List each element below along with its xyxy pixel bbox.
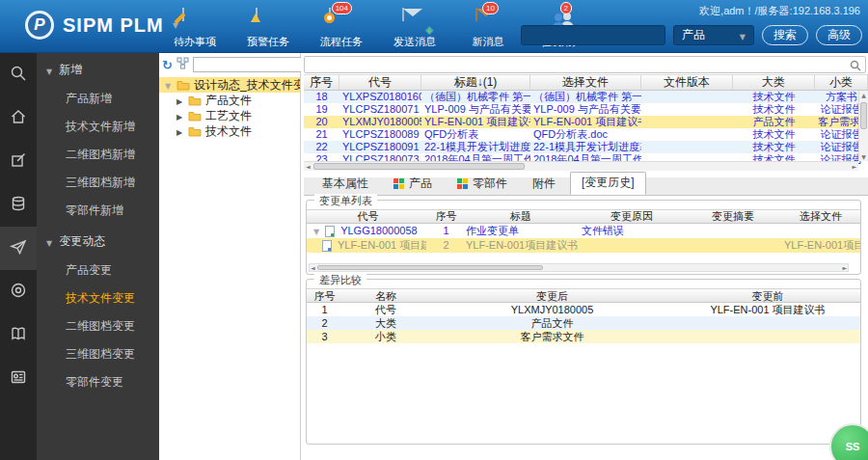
rail-item-library[interactable]	[0, 313, 37, 357]
col-header-file[interactable]: 选择文件	[530, 75, 641, 90]
vertical-scrollbar[interactable]: ▲ ▼	[858, 91, 868, 161]
folder-tree-panel: ↓ ↑ 设计动态_技术文件变更 产品文件 工艺文件 技术文件	[159, 53, 301, 460]
icon-rail	[0, 53, 37, 460]
rail-item-change-flow[interactable]	[0, 227, 37, 270]
list-filter-input[interactable]	[304, 56, 866, 73]
paper-plane-icon	[10, 238, 27, 259]
search-category-select[interactable]: 产品	[673, 25, 754, 45]
sidebar-item-product-change[interactable]: 产品变更	[37, 257, 159, 284]
tree-node-product-files[interactable]: 产品文件	[159, 93, 300, 108]
tab-product[interactable]: 产品	[383, 174, 443, 195]
row-expand-caret-icon[interactable]	[311, 224, 322, 239]
sidebar-item-techdoc-change[interactable]: 技术文件变更	[37, 284, 159, 312]
table-row[interactable]: 21 YLCPSZ180089 QFD分析表 QFD分析表.doc 技术文件 论…	[304, 128, 868, 141]
toolbar-item-warning-tasks[interactable]: 预警任务	[239, 9, 297, 49]
rail-item-contacts[interactable]	[0, 357, 37, 400]
search-button[interactable]: 搜索	[762, 25, 808, 45]
col-header-file: 选择文件	[781, 209, 860, 224]
col-header-title[interactable]: 标题↓(1)	[421, 75, 530, 90]
tab-change-history[interactable]: [变更历史]	[570, 172, 646, 195]
scroll-left-arrow-icon[interactable]: ◄	[311, 264, 315, 271]
tab-attachments[interactable]: 附件	[522, 174, 566, 195]
col-header-seq: 序号	[429, 209, 463, 224]
node-collapsed-caret-icon[interactable]	[175, 109, 184, 122]
rail-item-data[interactable]	[0, 183, 37, 227]
toolbar-item-todo[interactable]: 待办事项	[166, 9, 224, 49]
menu-group-new[interactable]: 新增	[37, 53, 159, 85]
toolbar-item-process-tasks[interactable]: 104 流程任务	[312, 9, 370, 49]
main-content: 序号 代号 标题↓(1) 选择文件 文件版本 大类 小类 18 YLXPSZ01…	[301, 53, 868, 460]
todo-doc-icon	[182, 9, 207, 32]
sidebar-item-2d-change[interactable]: 二维图档变更	[37, 312, 159, 340]
menu-group-change[interactable]: 变更动态	[37, 225, 159, 257]
scroll-down-arrow-icon[interactable]: ▼	[859, 153, 868, 160]
home-icon	[10, 108, 27, 129]
tree-structure-icon[interactable]	[176, 56, 189, 73]
diff-row[interactable]: 2 大类 产品文件	[307, 316, 860, 330]
tree-node-process-files[interactable]: 工艺文件	[159, 108, 300, 123]
col-header-seq[interactable]: 序号	[304, 75, 339, 90]
col-header-code[interactable]: 代号	[339, 75, 421, 90]
search-icon[interactable]	[850, 58, 861, 75]
folder-icon	[176, 80, 190, 91]
diff-row[interactable]: 1 代号 YLXMJY0180005 YLF-EN-001 项目建议书	[307, 303, 860, 316]
tab-basic-properties[interactable]: 基本属性	[312, 174, 379, 195]
rail-item-home[interactable]	[0, 96, 37, 140]
diff-row-highlighted[interactable]: 3 小类 客户需求文件	[307, 330, 860, 343]
table-row-selected[interactable]: 20 YLXMJY0180005 YLF-EN-001 项目建议书 YLF-EN…	[304, 116, 868, 128]
tree-root-node[interactable]: 设计动态_技术文件变更	[159, 77, 300, 93]
scroll-right-arrow-icon[interactable]: ►	[842, 264, 847, 271]
scroll-right-arrow-icon[interactable]: ►	[852, 163, 856, 170]
table-row[interactable]: 18 YLXPSZ0180160 （德国）机械零件 第一卷-A （德国）机械零件…	[304, 91, 868, 103]
group-collapse-caret-icon	[46, 235, 52, 249]
sidebar-item-3d-change[interactable]: 三维图档变更	[37, 340, 159, 368]
sidebar-item-techdoc-new[interactable]: 技术文件新增	[37, 113, 159, 141]
global-search-input[interactable]	[521, 25, 665, 45]
node-collapsed-caret-icon[interactable]	[175, 124, 184, 138]
node-expand-caret-icon[interactable]	[163, 78, 173, 92]
folder-icon	[188, 126, 202, 137]
new-message-badge: 10	[482, 2, 499, 14]
search-category-value: 产品	[682, 27, 705, 43]
rail-item-sipm-search[interactable]	[0, 53, 37, 96]
tree-node-tech-files[interactable]: 技术文件	[159, 123, 300, 139]
diff-compare-section: 差异比较 序号 名称 变更后 变更前 1 代号 YLXMJY0180005 YL…	[306, 279, 861, 445]
sidebar-item-product-new[interactable]: 产品新增	[37, 85, 159, 113]
database-icon	[10, 195, 27, 216]
col-header-category[interactable]: 大类	[733, 75, 815, 90]
scrollbar-thumb[interactable]	[860, 102, 867, 129]
sidebar-item-2d-new[interactable]: 二维图档新增	[37, 141, 159, 169]
toolbar-item-label: 待办事项	[174, 35, 216, 49]
sidebar-item-3d-new[interactable]: 三维图档新增	[37, 169, 159, 197]
toolbar-item-send-message[interactable]: + 发送消息	[386, 9, 444, 49]
rail-item-support[interactable]	[0, 270, 37, 313]
change-order-child-row[interactable]: YLF-EN-001 项目建议书 2 YLF-EN-001项目建议书 YLF-E…	[307, 238, 860, 253]
node-collapsed-caret-icon[interactable]	[175, 94, 184, 107]
sidebar-item-part-new[interactable]: 零部件新增	[37, 197, 159, 225]
tab-parts[interactable]: 零部件	[447, 174, 518, 195]
toolbar-item-new-message[interactable]: 10 新消息	[459, 9, 517, 49]
open-book-icon	[10, 325, 27, 346]
change-order-row[interactable]: YLGG18000058 1 作业变更单 文件错误	[307, 224, 860, 238]
col-header-version[interactable]: 文件版本	[641, 75, 733, 90]
horizontal-scrollbar[interactable]: ◄ ►	[309, 263, 849, 272]
sipm-logo-icon: P	[25, 11, 54, 40]
global-search-bar: 产品 搜索 高级	[521, 25, 862, 45]
scroll-left-arrow-icon[interactable]: ◄	[306, 163, 311, 170]
table-row[interactable]: 22 YLCPSZ180091 22-1模具开发计划进度表 22-1模具开发计划…	[304, 141, 868, 153]
list-filter-bar	[304, 55, 866, 72]
sidebar-item-part-change[interactable]: 零部件变更	[37, 368, 159, 396]
table-row[interactable]: 19 YLCPSZ180071 YLP-009 与产品有关要求... YLP-0…	[304, 103, 868, 116]
advanced-search-button[interactable]: 高级	[816, 25, 862, 45]
col-header-subcategory[interactable]: 小类	[815, 75, 868, 90]
floating-button-label: SS	[846, 441, 860, 452]
rail-item-edit[interactable]	[0, 140, 37, 183]
documents-table: 序号 代号 标题↓(1) 选择文件 文件版本 大类 小类 18 YLXPSZ01…	[304, 74, 868, 171]
col-header-before: 变更前	[675, 289, 860, 304]
refresh-icon[interactable]	[162, 56, 173, 73]
scrollbar-thumb[interactable]	[317, 265, 543, 270]
horizontal-scrollbar[interactable]: ◄ ►	[304, 161, 858, 171]
scrollbar-thumb[interactable]	[313, 163, 525, 170]
welcome-server-text: 欢迎,adm！/服务器:192.168.3.196	[699, 4, 860, 18]
scroll-up-arrow-icon[interactable]: ▲	[859, 92, 868, 98]
